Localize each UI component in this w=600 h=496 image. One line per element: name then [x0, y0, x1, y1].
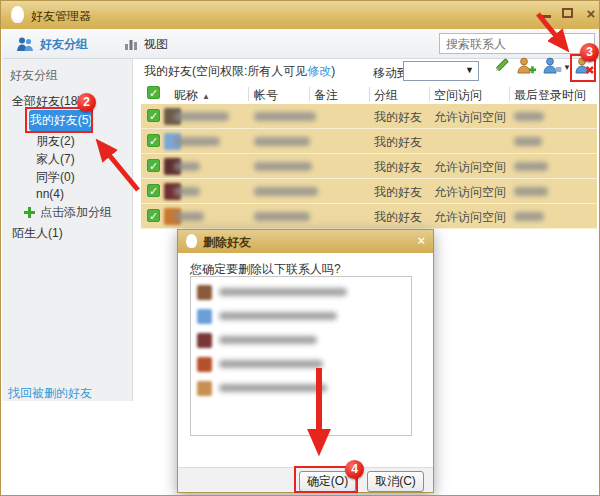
friend-manager-window: 好友管理器 × 好友分组 视图 好友分组 全部好友(18) [0, 0, 600, 496]
minimize-button[interactable] [540, 15, 551, 18]
dialog-title: 删除好友 [203, 234, 251, 251]
view-tab[interactable]: 视图 [124, 35, 168, 53]
sidebar-item-family[interactable]: 家人(7) [36, 151, 75, 168]
table-header: ✓ 昵称▲帐号备注分组空间访问最后登录时间 [141, 86, 597, 103]
column-separator [429, 87, 430, 101]
add-group-button[interactable]: 点击添加分组 [24, 204, 112, 221]
sidebar-item-strangers[interactable]: 陌生人(1) [12, 225, 63, 242]
sidebar-item-my-friends[interactable]: 我的好友(5) [29, 110, 93, 131]
title-bar: 好友管理器 × [1, 1, 599, 29]
blurred-contact-name [219, 288, 347, 296]
sidebar-item-nn[interactable]: nn(4) [36, 187, 64, 201]
person-delete-icon [574, 56, 594, 76]
close-button[interactable]: × [584, 5, 598, 23]
friend-groups-label: 好友分组 [40, 36, 88, 53]
dropdown-arrow-icon: ▼ [465, 65, 474, 75]
search-input[interactable] [439, 33, 595, 54]
avatar [197, 381, 212, 396]
blurred-account [254, 187, 318, 196]
blurred-contact-name [219, 336, 317, 344]
dialog-close-icon[interactable]: × [417, 233, 425, 248]
column-separator [248, 87, 249, 101]
view-label: 视图 [144, 36, 168, 53]
sort-asc-icon: ▲ [202, 92, 210, 101]
row-checkbox[interactable]: ✓ [147, 209, 160, 222]
blurred-account [254, 137, 310, 146]
edit-remark-button[interactable] [493, 56, 513, 76]
column-header[interactable]: 帐号 [254, 87, 278, 104]
move-to-dropdown[interactable]: ▼ [403, 61, 479, 81]
delete-friend-button[interactable] [574, 56, 594, 76]
cell-space-access: 允许访问空间 [434, 209, 506, 226]
column-header[interactable]: 备注 [314, 87, 338, 104]
permission-text: 我的好友(空间权限:所有人可见 [144, 64, 307, 78]
cell-space-access: 允许访问空间 [434, 184, 506, 201]
contact-list-item [191, 305, 411, 329]
friend-row[interactable]: ✓我的好友 [141, 129, 597, 154]
row-checkbox[interactable]: ✓ [147, 159, 160, 172]
toolbar: 好友分组 视图 [2, 29, 600, 59]
avatar [197, 285, 212, 300]
avatar [197, 357, 212, 372]
delete-friend-dialog: 删除好友 × 您确定要删除以下联系人吗? 确定(O) 取消(C) [177, 229, 434, 493]
blurred-account [254, 212, 310, 221]
group-permission-header: 我的好友(空间权限:所有人可见修改) [144, 63, 335, 80]
sidebar-item-classmates[interactable]: 同学(0) [36, 169, 75, 186]
blurred-nickname [174, 212, 204, 221]
bar-chart-icon [124, 37, 138, 51]
column-separator [309, 87, 310, 101]
column-header[interactable]: 最后登录时间 [514, 87, 586, 104]
blurred-nickname [174, 162, 200, 171]
sidebar-item-all-friends[interactable]: 全部好友(18) [12, 93, 81, 110]
sidebar-header: 好友分组 [10, 67, 58, 84]
row-checkbox[interactable]: ✓ [147, 184, 160, 197]
column-separator [509, 87, 510, 101]
friend-row[interactable]: ✓我的好友允许访问空间 [141, 104, 597, 129]
move-group-button[interactable] [542, 56, 562, 76]
avatar [197, 309, 212, 324]
person-add-icon [516, 56, 536, 76]
friend-row[interactable]: ✓我的好友允许访问空间 [141, 204, 597, 229]
ok-button[interactable]: 确定(O) [299, 471, 356, 492]
friend-row[interactable]: ✓我的好友允许访问空间 [141, 154, 597, 179]
contact-list-item [191, 377, 411, 401]
plus-icon [24, 207, 35, 218]
blurred-login-time [514, 212, 544, 221]
move-group-dropdown-arrow[interactable]: ▼ [563, 63, 571, 72]
contacts-to-delete-list [190, 276, 412, 436]
sidebar-item-friends[interactable]: 朋友(2) [36, 133, 75, 150]
cancel-button[interactable]: 取消(C) [367, 471, 424, 492]
cell-group: 我的好友 [374, 184, 422, 201]
cell-group: 我的好友 [374, 209, 422, 226]
avatar [197, 333, 212, 348]
pencil-icon [493, 56, 511, 74]
row-checkbox[interactable]: ✓ [147, 134, 160, 147]
blurred-nickname [174, 137, 220, 146]
friend-table: ✓我的好友允许访问空间✓我的好友✓我的好友允许访问空间✓我的好友允许访问空间✓我… [141, 104, 597, 229]
person-group-icon [542, 56, 562, 76]
blurred-login-time [514, 162, 548, 171]
blurred-nickname [174, 187, 200, 196]
blurred-contact-name [219, 312, 337, 320]
dialog-title-bar: 删除好友 × [178, 230, 433, 253]
contact-list-item [191, 281, 411, 305]
column-separator [369, 87, 370, 101]
window-title: 好友管理器 [31, 8, 91, 25]
blurred-contact-name [219, 384, 327, 392]
column-header[interactable]: 空间访问 [434, 87, 482, 104]
row-checkbox[interactable]: ✓ [147, 109, 160, 122]
column-header[interactable]: 分组 [374, 87, 398, 104]
cell-group: 我的好友 [374, 109, 422, 126]
friend-row[interactable]: ✓我的好友允许访问空间 [141, 179, 597, 204]
add-friend-button[interactable] [516, 56, 536, 76]
select-all-checkbox[interactable]: ✓ [147, 86, 160, 99]
people-icon [16, 36, 34, 52]
cell-group: 我的好友 [374, 134, 422, 151]
recover-deleted-friends-link[interactable]: 找回被删的好友 [8, 385, 92, 402]
modify-link[interactable]: 修改 [307, 64, 331, 78]
friend-groups-tab[interactable]: 好友分组 [16, 35, 88, 53]
column-header[interactable]: 昵称▲ [174, 87, 210, 104]
blurred-login-time [514, 112, 544, 121]
maximize-button[interactable] [562, 8, 573, 18]
qq-penguin-icon [186, 234, 197, 248]
